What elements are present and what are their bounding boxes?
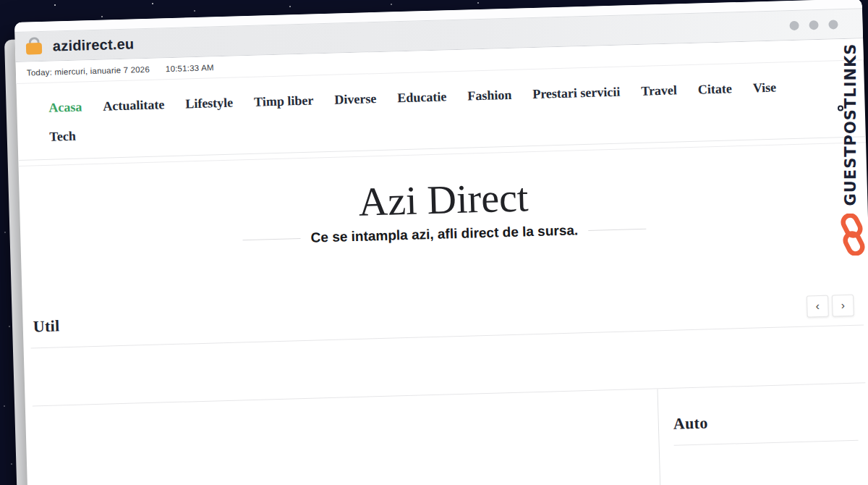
nav-item-vise[interactable]: Vise — [753, 80, 777, 96]
stars-decoration — [54, 4, 56, 6]
url-text[interactable]: azidirect.eu — [53, 35, 135, 54]
nav-item-travel[interactable]: Travel — [641, 83, 677, 98]
nav-item-acasa[interactable]: Acasa — [48, 99, 82, 115]
divider-line — [243, 238, 301, 240]
guestpostlinks-label[interactable]: GUESTPOSTLINKS — [842, 43, 859, 206]
window-control-dot-icon[interactable] — [828, 20, 838, 29]
divider-line — [588, 229, 646, 231]
carousel-prev-button[interactable]: ‹ — [807, 295, 829, 318]
browser-window: azidirect.eu Today: miercuri, ianuarie 7… — [14, 0, 868, 485]
carousel-controls: ‹ › — [807, 295, 854, 318]
page-background: azidirect.eu Today: miercuri, ianuarie 7… — [0, 0, 868, 485]
site-tagline: Ce se intampla azi, afli direct de la su… — [310, 223, 578, 246]
nav-item-citate[interactable]: Citate — [698, 81, 733, 97]
section-title-auto: Auto — [673, 410, 858, 434]
nav-item-timp-liber[interactable]: Timp liber — [254, 93, 314, 110]
clock-label: 10:51:33 AM — [166, 63, 214, 73]
window-control-dot-icon[interactable] — [789, 20, 799, 30]
magnifier-ring-icon — [838, 105, 843, 111]
nav-item-diverse[interactable]: Diverse — [334, 91, 377, 108]
carousel-next-button[interactable]: › — [832, 295, 854, 317]
section-title-util: Util — [33, 317, 59, 337]
nav-item-actualitate[interactable]: Actualitate — [103, 97, 165, 114]
nav-row-2: Tech — [49, 107, 851, 145]
nav-item-prestari-servicii[interactable]: Prestari servicii — [532, 85, 621, 102]
chevron-right-icon: › — [841, 299, 845, 312]
masthead: Azi Direct Ce se intampla azi, afli dire… — [19, 143, 868, 254]
stylized-t: T — [842, 98, 859, 109]
page-content: Azi Direct Ce se intampla azi, afli dire… — [19, 142, 868, 485]
lock-icon[interactable] — [25, 37, 43, 56]
window-control-dot-icon[interactable] — [809, 20, 818, 29]
nav-item-lifestyle[interactable]: Lifestyle — [185, 96, 234, 112]
nav-item-fashion[interactable]: Fashion — [467, 88, 512, 104]
nav-item-tech[interactable]: Tech — [49, 129, 76, 145]
auto-sidebar: Auto — [658, 383, 868, 485]
bottom-main-column — [25, 389, 661, 485]
chain-link-icon[interactable] — [838, 214, 868, 256]
date-label: Today: miercuri, ianuarie 7 2026 — [27, 64, 150, 77]
window-controls[interactable] — [789, 20, 838, 30]
nav-item-educatie[interactable]: Educatie — [397, 89, 447, 106]
util-section-header: Util ‹ › — [22, 295, 868, 340]
auto-divider — [674, 440, 859, 446]
bottom-section: Auto — [25, 383, 868, 485]
chevron-left-icon: ‹ — [815, 300, 820, 313]
